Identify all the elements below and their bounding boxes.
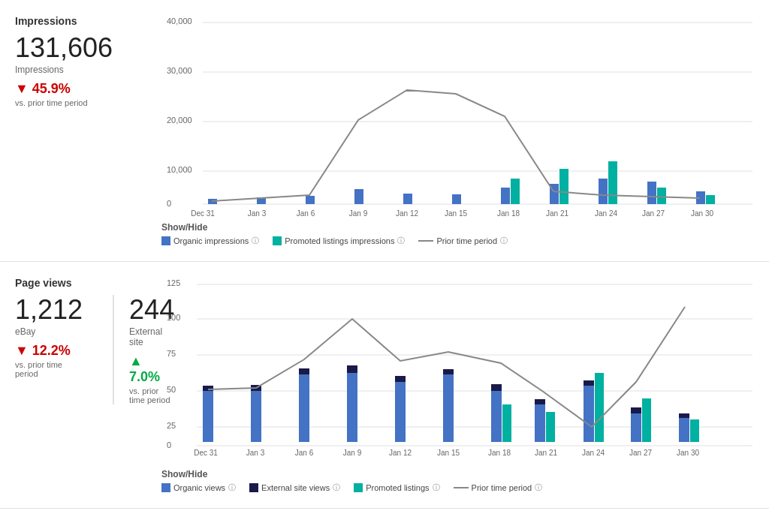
svg-text:Dec 31: Dec 31 (191, 209, 215, 218)
svg-rect-66 (546, 412, 555, 442)
page-views-chart-panel: 125 100 75 50 25 0 (150, 277, 769, 493)
svg-rect-59 (443, 374, 454, 442)
impressions-vs-label: vs. prior time period (15, 98, 135, 107)
prior-period-impressions-label: Prior time period (436, 236, 497, 245)
svg-rect-20 (599, 179, 608, 204)
organic-views-info[interactable]: ⓘ (228, 482, 236, 493)
svg-rect-12 (306, 196, 315, 204)
dashboard: Impressions 131,606 Impressions ▼ 45.9% … (0, 0, 769, 532)
organic-impressions-label: Organic impressions (173, 236, 249, 245)
svg-rect-69 (595, 373, 604, 442)
svg-text:Jan 18: Jan 18 (497, 209, 520, 218)
page-views-title: Page views (15, 277, 135, 289)
svg-rect-54 (299, 368, 309, 374)
organic-impressions-color (161, 236, 170, 245)
svg-rect-71 (631, 407, 641, 413)
svg-rect-25 (706, 195, 715, 204)
svg-text:Jan 27: Jan 27 (642, 209, 665, 218)
impressions-chart-panel: 40,000 30,000 20,000 10,000 0 (150, 15, 769, 246)
svg-rect-13 (354, 189, 363, 204)
prior-period-views-label: Prior time period (472, 483, 532, 492)
svg-rect-73 (679, 418, 689, 442)
svg-rect-50 (203, 386, 213, 391)
external-site-views-color (249, 483, 258, 492)
legend-promoted-views: Promoted listings ⓘ (354, 482, 439, 493)
svg-text:75: 75 (167, 349, 176, 358)
promoted-impressions-color (273, 236, 282, 245)
ebay-metric: 1,212 eBay ▼ 12.2% vs. prior time period (15, 295, 83, 404)
legend-organic-impressions: Organic impressions ⓘ (161, 236, 259, 246)
ebay-label: eBay (15, 326, 83, 337)
svg-rect-55 (347, 373, 357, 442)
svg-text:Jan 24: Jan 24 (595, 209, 617, 218)
svg-text:Jan 6: Jan 6 (295, 449, 314, 457)
impressions-left-panel: Impressions 131,606 Impressions ▼ 45.9% … (0, 15, 150, 246)
chart1-show-hide[interactable]: Show/Hide (161, 222, 758, 233)
legend-prior-period-views: Prior time period ⓘ (454, 482, 543, 493)
impressions-section: Impressions 131,606 Impressions ▼ 45.9% … (0, 0, 769, 262)
page-views-metrics-row: 1,212 eBay ▼ 12.2% vs. prior time period… (15, 295, 135, 404)
svg-rect-16 (501, 188, 510, 204)
svg-text:Jan 27: Jan 27 (629, 449, 652, 457)
svg-text:20,000: 20,000 (167, 116, 192, 125)
page-views-left-panel: Page views 1,212 eBay ▼ 12.2% vs. prior … (0, 277, 150, 493)
svg-text:Jan 24: Jan 24 (582, 449, 605, 457)
svg-rect-68 (584, 380, 594, 386)
page-views-chart: 125 100 75 50 25 0 (161, 277, 758, 457)
promoted-impressions-info[interactable]: ⓘ (397, 236, 405, 246)
svg-rect-67 (584, 386, 594, 442)
svg-rect-74 (679, 413, 689, 418)
organic-impressions-info[interactable]: ⓘ (252, 236, 259, 246)
svg-text:50: 50 (167, 385, 176, 394)
svg-rect-63 (502, 404, 511, 442)
svg-rect-22 (647, 182, 656, 204)
svg-rect-62 (491, 384, 502, 391)
chart2-show-hide[interactable]: Show/Hide (161, 469, 758, 479)
page-views-section: Page views 1,212 eBay ▼ 12.2% vs. prior … (0, 262, 769, 509)
svg-rect-75 (690, 419, 699, 442)
svg-rect-64 (535, 404, 545, 442)
svg-rect-56 (347, 365, 357, 373)
svg-text:Dec 31: Dec 31 (194, 449, 218, 457)
impressions-chart-area: 40,000 30,000 20,000 10,000 0 (161, 15, 758, 218)
svg-text:Jan 12: Jan 12 (396, 209, 418, 218)
svg-rect-57 (395, 382, 406, 442)
svg-rect-70 (631, 413, 641, 442)
promoted-views-info[interactable]: ⓘ (433, 482, 440, 493)
svg-text:Jan 9: Jan 9 (343, 449, 362, 457)
svg-text:0: 0 (167, 440, 171, 449)
legend-prior-period-impressions: Prior time period ⓘ (418, 236, 508, 246)
organic-views-color (161, 483, 170, 492)
svg-text:25: 25 (167, 421, 176, 430)
prior-period-views-line (454, 487, 469, 488)
svg-text:Jan 15: Jan 15 (445, 209, 467, 218)
svg-text:Jan 30: Jan 30 (677, 449, 699, 457)
svg-rect-58 (395, 376, 406, 382)
svg-rect-49 (203, 391, 213, 442)
prior-period-views-info[interactable]: ⓘ (535, 482, 542, 493)
page-views-chart-area: 125 100 75 50 25 0 (161, 277, 758, 464)
svg-rect-15 (452, 194, 461, 204)
ebay-vs-label: vs. prior time period (15, 360, 83, 378)
svg-text:Jan 21: Jan 21 (535, 449, 557, 457)
svg-text:Jan 9: Jan 9 (349, 209, 368, 218)
chart2-legend: Organic views ⓘ External site views ⓘ Pr… (161, 482, 758, 493)
external-site-views-info[interactable]: ⓘ (333, 482, 340, 493)
ebay-change: ▼ 12.2% (15, 343, 83, 359)
svg-text:125: 125 (167, 278, 180, 287)
impressions-value: 131,606 (15, 33, 135, 63)
legend-organic-views: Organic views ⓘ (161, 482, 236, 493)
impressions-chart: 40,000 30,000 20,000 10,000 0 (161, 15, 758, 218)
impressions-title: Impressions (15, 15, 135, 27)
impressions-change: ▼ 45.9% (15, 81, 135, 97)
svg-rect-61 (491, 391, 502, 442)
prior-period-impressions-line (418, 240, 433, 242)
svg-text:Jan 21: Jan 21 (546, 209, 568, 218)
svg-rect-14 (403, 194, 412, 204)
chart1-legend: Organic impressions ⓘ Promoted listings … (161, 236, 758, 246)
prior-period-impressions-info[interactable]: ⓘ (500, 236, 508, 246)
svg-text:Jan 6: Jan 6 (297, 209, 315, 218)
promoted-views-label: Promoted listings (366, 483, 429, 492)
svg-text:30,000: 30,000 (167, 66, 192, 75)
svg-rect-53 (299, 374, 309, 442)
